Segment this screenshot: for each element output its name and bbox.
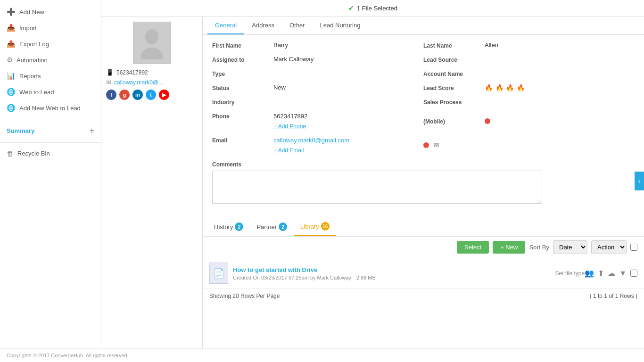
tab-partner[interactable]: Partner 2 bbox=[250, 217, 294, 236]
rows-per-page: Showing 20 Rows Per Page bbox=[209, 293, 280, 299]
file-info: How to get started with Drive Created On… bbox=[233, 266, 545, 280]
file-title[interactable]: How to get started with Drive bbox=[233, 266, 545, 273]
file-meta: Created On 03/23/2017 07:25am by Mark Ca… bbox=[233, 275, 545, 280]
sidebar-item-reports[interactable]: 📊 Reports bbox=[0, 68, 101, 84]
check-icon: ✔ bbox=[348, 4, 354, 13]
first-name-label: First Name bbox=[212, 41, 273, 49]
form-row-status: Status New Lead Score 🔥 🔥 🔥 🔥 bbox=[212, 84, 635, 91]
export-icon: 📤 bbox=[7, 40, 16, 48]
sort-by-select[interactable]: Date Name Size bbox=[553, 240, 587, 254]
toggle-sidebar-button[interactable]: ‹ bbox=[635, 172, 644, 190]
pagination: Showing 20 Rows Per Page ( 1 to 1 of 1 R… bbox=[203, 289, 644, 303]
lead-source-label: Lead Source bbox=[423, 56, 485, 63]
main-content: ✔ 1 File Selected 📱 562 bbox=[101, 0, 644, 362]
select-button[interactable]: Select bbox=[457, 241, 489, 254]
field-assigned-to: Assigned to Mark Calloway bbox=[212, 56, 423, 63]
form-row-phone: Phone 5623417892 + Add Phone (Mobile) bbox=[212, 112, 635, 130]
first-name-value: Barry bbox=[273, 41, 288, 49]
select-all-checkbox[interactable] bbox=[630, 244, 637, 251]
sidebar-item-add-new[interactable]: ➕ Add New bbox=[0, 4, 101, 20]
email-value[interactable]: calloway.mark0@gmail.com bbox=[273, 137, 349, 144]
tab-address[interactable]: Address bbox=[244, 17, 282, 34]
field-email-indicators: ✉ bbox=[423, 136, 635, 154]
form-row-industry: Industry Sales Process bbox=[212, 98, 635, 106]
sidebar-item-web-to-lead[interactable]: 🌐 Web to Lead bbox=[0, 84, 101, 100]
phone-label: Phone bbox=[212, 112, 273, 120]
tab-history[interactable]: History 2 bbox=[207, 217, 250, 236]
account-name-label: Account Name bbox=[423, 70, 485, 77]
pagination-range: ( 1 to 1 of 1 Rows ) bbox=[590, 293, 637, 299]
contact-phone: 5623417892 bbox=[116, 69, 148, 76]
share-icon[interactable]: 👥 bbox=[585, 269, 594, 278]
field-email: Email calloway.mark0@gmail.com + Add Ema… bbox=[212, 136, 423, 154]
field-sales-process: Sales Process bbox=[423, 98, 635, 106]
email-label: Email bbox=[212, 136, 273, 144]
action-select[interactable]: Action bbox=[591, 240, 627, 254]
form-row-comments: Comments bbox=[212, 160, 635, 204]
field-type: Type bbox=[212, 70, 423, 77]
twitter-icon[interactable]: t bbox=[146, 90, 156, 100]
download-icon[interactable]: ☁ bbox=[608, 269, 615, 278]
comments-textarea[interactable] bbox=[212, 171, 542, 204]
form-row-email: Email calloway.mark0@gmail.com + Add Ema… bbox=[212, 136, 635, 154]
mobile-red-dot bbox=[485, 118, 490, 124]
tab-library[interactable]: Library 16 bbox=[294, 217, 336, 236]
summary-section: Summary + bbox=[0, 122, 101, 140]
lead-right-panel: General Address Other Lead Nurturing Fir… bbox=[203, 17, 644, 362]
add-email-link[interactable]: + Add Email bbox=[273, 147, 304, 154]
sidebar-item-import[interactable]: 📥 Import bbox=[0, 20, 101, 36]
envelope-icon: ✉ bbox=[434, 141, 439, 149]
lead-tabs: General Address Other Lead Nurturing bbox=[203, 17, 644, 35]
file-actions: 👥 ⬆ ☁ ▼ bbox=[585, 269, 637, 278]
field-lead-score: Lead Score 🔥 🔥 🔥 🔥 bbox=[423, 84, 635, 91]
recycle-bin-icon: 🗑 bbox=[7, 149, 14, 157]
chevron-down-icon[interactable]: ▼ bbox=[619, 269, 627, 278]
last-name-value: Allen bbox=[485, 41, 498, 49]
contact-email[interactable]: calloway.mark0@... bbox=[114, 79, 163, 86]
sidebar-item-add-new-web-to-lead[interactable]: 🌐 Add New Web to Lead bbox=[0, 100, 101, 116]
field-account-name: Account Name bbox=[423, 70, 635, 77]
file-type: Set file type bbox=[545, 270, 585, 277]
tab-general[interactable]: General bbox=[207, 17, 244, 34]
reports-icon: 📊 bbox=[7, 72, 16, 80]
copyright: Copyrights © 2017 ConvergeHub. All right… bbox=[0, 348, 644, 362]
lead-form: First Name Barry Last Name Allen Assigne… bbox=[203, 35, 644, 217]
tab-other[interactable]: Other bbox=[282, 17, 313, 34]
status-value: New bbox=[273, 84, 286, 91]
mobile-label: (Mobile) bbox=[423, 117, 485, 125]
new-button[interactable]: + New bbox=[493, 241, 525, 254]
tab-lead-nurturing[interactable]: Lead Nurturing bbox=[312, 17, 368, 34]
file-checkbox[interactable] bbox=[630, 270, 637, 277]
email-icon: ✉ bbox=[106, 79, 111, 86]
field-first-name: First Name Barry bbox=[212, 41, 423, 49]
sidebar-item-automation[interactable]: ⚙ Automation bbox=[0, 52, 101, 68]
google-icon[interactable]: g bbox=[119, 90, 130, 100]
avatar bbox=[133, 22, 171, 64]
contact-info: 📱 5623417892 ✉ calloway.mark0@... f g in… bbox=[106, 69, 198, 100]
linkedin-icon[interactable]: in bbox=[132, 90, 143, 100]
summary-label[interactable]: Summary bbox=[7, 127, 34, 134]
sidebar-item-recycle-bin[interactable]: 🗑 Recycle Bin bbox=[0, 146, 101, 161]
lead-left-panel: 📱 5623417892 ✉ calloway.mark0@... f g in… bbox=[101, 17, 203, 362]
last-name-label: Last Name bbox=[423, 41, 485, 49]
add-web-to-lead-icon: 🌐 bbox=[7, 104, 16, 112]
flame-2: 🔥 bbox=[495, 84, 504, 91]
status-label: Status bbox=[212, 84, 273, 91]
phone-row: 📱 5623417892 bbox=[106, 69, 198, 76]
field-industry: Industry bbox=[212, 98, 423, 106]
comments-label: Comments bbox=[212, 160, 273, 168]
add-phone-link[interactable]: + Add Phone bbox=[273, 123, 306, 130]
flame-3: 🔥 bbox=[506, 84, 514, 91]
assigned-to-label: Assigned to bbox=[212, 56, 273, 63]
field-mobile: (Mobile) bbox=[423, 112, 635, 130]
upload-icon[interactable]: ⬆ bbox=[598, 269, 604, 278]
sidebar-item-export-log[interactable]: 📤 Export Log bbox=[0, 36, 101, 52]
web-to-lead-icon: 🌐 bbox=[7, 88, 16, 96]
form-row-name: First Name Barry Last Name Allen bbox=[212, 41, 635, 49]
assigned-to-value: Mark Calloway bbox=[273, 56, 314, 63]
automation-icon: ⚙ bbox=[7, 56, 13, 64]
avatar-box bbox=[106, 22, 198, 64]
summary-plus-icon[interactable]: + bbox=[89, 126, 94, 136]
facebook-icon[interactable]: f bbox=[106, 90, 116, 100]
youtube-icon[interactable]: ▶ bbox=[159, 90, 169, 100]
